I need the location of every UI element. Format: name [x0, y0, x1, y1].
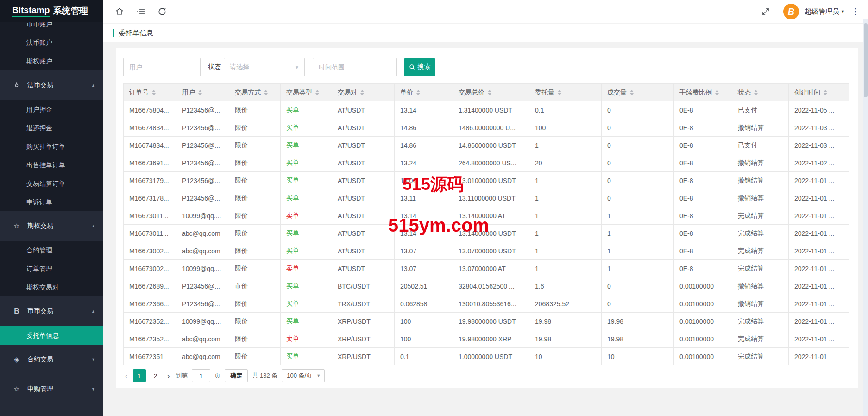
page-scrollbar-thumb[interactable]	[864, 23, 868, 97]
cell-price: 13.14	[395, 207, 453, 225]
cell-amount: 19.98	[529, 330, 602, 348]
column-header[interactable]: 交易对	[332, 84, 395, 101]
home-icon[interactable]	[114, 6, 125, 17]
sort-icon[interactable]	[416, 90, 420, 95]
search-button[interactable]: 搜索	[404, 58, 435, 76]
pagination-next-button[interactable]: ›	[165, 372, 172, 380]
sort-icon[interactable]	[630, 90, 634, 95]
main-area: B 超级管理员 ▼ ⋮ 委托单信息 状态 请选择 ▼	[103, 0, 868, 415]
sidebar-item[interactable]: 申诉订单	[0, 193, 103, 211]
table-row: M16674834...P123456@...限价买单AT/USDT14.861…	[124, 137, 849, 154]
pagination-prev-button[interactable]: ‹	[123, 372, 130, 380]
bitcoin-avatar-icon[interactable]: B	[783, 4, 799, 19]
sort-desc-icon	[558, 93, 561, 95]
sort-icon[interactable]	[198, 90, 202, 95]
cell-status: 撤销结算	[732, 189, 789, 207]
user-filter-input[interactable]	[123, 58, 201, 76]
sort-desc-icon	[264, 93, 268, 95]
confirm-page-button[interactable]: 确定	[225, 369, 248, 382]
letter-b-icon: B	[12, 307, 21, 315]
column-header[interactable]: 委托量	[529, 84, 602, 101]
column-header[interactable]: 交易方式	[229, 84, 281, 101]
sidebar-item[interactable]: 用户押金	[0, 100, 103, 119]
goto-page-input[interactable]	[192, 369, 210, 382]
cell-total: 13.07000000 AT	[453, 260, 529, 277]
sort-icon[interactable]	[754, 90, 758, 95]
page-size-select[interactable]: 100 条/页▼	[282, 369, 325, 382]
sidebar-item[interactable]: 委托单信息	[0, 326, 103, 345]
cell-side: 买单	[281, 242, 332, 260]
cell-price: 13.14	[395, 101, 453, 119]
column-header-inner: 状态	[738, 88, 783, 97]
cell-pair: AT/USDT	[332, 225, 395, 242]
column-header[interactable]: 状态	[732, 84, 789, 101]
column-header[interactable]: 订单号	[124, 84, 176, 101]
column-header[interactable]: 成交量	[602, 84, 674, 101]
sidebar-item[interactable]: 法币账户	[0, 33, 103, 52]
column-header-inner: 用户	[182, 88, 223, 97]
column-header[interactable]: 单价	[395, 84, 453, 101]
table-row: M16675804...P123456@...限价买单AT/USDT13.141…	[124, 101, 849, 119]
cell-price: 0.1	[395, 348, 453, 365]
sidebar-item[interactable]: 期权账户	[0, 52, 103, 70]
column-header-label: 单价	[400, 88, 413, 97]
cell-order: M16673011...	[124, 207, 176, 225]
sidebar-group[interactable]: B币币交易▲	[0, 296, 103, 326]
fullscreen-icon[interactable]	[760, 6, 771, 17]
refresh-icon[interactable]	[157, 6, 168, 17]
column-header[interactable]: 创建时间	[789, 84, 849, 101]
sort-icon[interactable]	[558, 90, 561, 95]
sort-icon[interactable]	[715, 90, 719, 95]
sort-desc-icon	[824, 93, 827, 95]
sort-icon[interactable]	[824, 90, 827, 95]
more-vertical-icon[interactable]: ⋮	[851, 6, 860, 17]
flame-icon	[12, 82, 21, 89]
sidebar-item[interactable]: 合约管理	[0, 241, 103, 259]
sort-asc-icon	[558, 90, 561, 92]
sort-icon[interactable]	[152, 90, 156, 95]
column-header-label: 用户	[182, 88, 195, 97]
cell-price: 14.86	[395, 137, 453, 154]
sort-icon[interactable]	[264, 90, 268, 95]
sidebar-group[interactable]: ☆期权交易▲	[0, 211, 103, 241]
sidebar-group[interactable]: ☆申购管理▼	[0, 374, 103, 404]
cell-pair: AT/USDT	[332, 137, 395, 154]
status-select-value: 请选择	[230, 63, 249, 71]
sidebar-item[interactable]: 订单管理	[0, 259, 103, 278]
sidebar-group[interactable]: ◈合约交易▼	[0, 345, 103, 374]
sidebar-item[interactable]: 购买挂单订单	[0, 137, 103, 156]
collapse-menu-icon[interactable]	[135, 6, 146, 17]
cell-order: M16673178...	[124, 189, 176, 207]
cell-user: P123456@...	[176, 277, 229, 295]
cell-pair: AT/USDT	[332, 260, 395, 277]
sidebar-group[interactable]: 法币交易▲	[0, 70, 103, 100]
user-menu[interactable]: 超级管理员	[805, 7, 839, 16]
cell-total: 1.00000000 USDT	[453, 348, 529, 365]
time-range-input[interactable]	[313, 58, 397, 76]
column-header[interactable]: 用户	[176, 84, 229, 101]
sort-icon[interactable]	[360, 90, 364, 95]
status-filter-label: 状态	[208, 63, 221, 71]
cell-method: 限价	[229, 225, 281, 242]
chevron-up-icon: ▲	[91, 224, 95, 228]
sidebar-item[interactable]: 交易结算订单	[0, 174, 103, 193]
cell-created: 2022-11-01 ...	[789, 207, 849, 225]
column-header[interactable]: 手续费比例	[674, 84, 732, 101]
status-filter-select[interactable]: 请选择 ▼	[224, 58, 305, 76]
cell-total: 13.01000000 USDT	[453, 172, 529, 189]
column-header[interactable]: 交易总价	[453, 84, 529, 101]
sidebar-item[interactable]: 出售挂单订单	[0, 156, 103, 174]
cell-filled: 0	[602, 172, 674, 189]
column-header[interactable]: 交易类型	[281, 84, 332, 101]
orders-table: 订单号用户交易方式交易类型交易对单价交易总价委托量成交量手续费比例状态创建时间 …	[123, 83, 849, 365]
cell-fee: 0.00100000	[674, 330, 732, 348]
cell-order: M16672351	[124, 348, 176, 365]
sidebar-item[interactable]: 退还押金	[0, 119, 103, 137]
pagination-page-1[interactable]: 1	[133, 369, 146, 382]
sort-icon[interactable]	[315, 90, 319, 95]
pagination-page-2[interactable]: 2	[149, 369, 162, 382]
sort-icon[interactable]	[488, 90, 491, 95]
cell-user: abc@qq.com	[176, 242, 229, 260]
title-marker	[113, 29, 114, 37]
sidebar-item[interactable]: 期权交易对	[0, 278, 103, 296]
